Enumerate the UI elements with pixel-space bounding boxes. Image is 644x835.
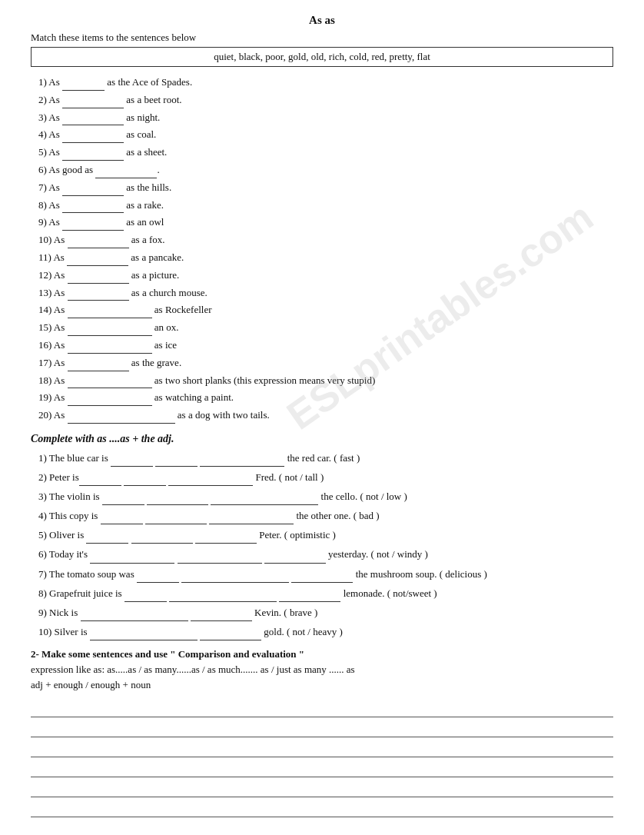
section3-subtitle2: adj + enough / enough + noun <box>31 679 613 691</box>
blank <box>124 591 167 602</box>
blank <box>68 361 129 371</box>
list-item: 4) This copy is the other one. ( bad ) <box>38 507 613 524</box>
blank <box>155 456 198 467</box>
blank <box>90 630 198 640</box>
blank <box>68 238 129 248</box>
writing-line <box>31 739 613 757</box>
section3-title: 2- Make some sentences and use " Compari… <box>31 648 613 660</box>
writing-line <box>31 819 613 835</box>
section2: Complete with as ....as + the adj. 1) Th… <box>31 433 613 640</box>
list-item: 8) As as a rake. <box>38 198 613 214</box>
list-item: 12) As as a picture. <box>38 268 613 284</box>
blank <box>209 514 294 524</box>
blank <box>264 553 326 564</box>
blank <box>62 80 105 91</box>
list-item: 6) As good as . <box>38 162 613 178</box>
list-item: 13) As as a church mouse. <box>38 285 613 301</box>
writing-lines-area <box>31 699 613 835</box>
blank <box>68 290 129 301</box>
blank <box>86 533 128 544</box>
list-item: 14) As as Rockefeller <box>38 302 613 318</box>
blank <box>62 202 124 213</box>
list-item: 9) Nick is Kevin. ( brave ) <box>38 604 613 621</box>
blank <box>291 572 353 583</box>
list-item: 5) Oliver is Peter. ( optimistic ) <box>38 527 613 544</box>
list-item: 7) As as the hills. <box>38 180 613 196</box>
blank <box>147 494 208 505</box>
blank <box>211 494 318 505</box>
blank <box>168 475 253 486</box>
list-item: 20) As as a dog with two tails. <box>38 408 613 424</box>
blank <box>68 343 152 354</box>
blank <box>131 533 193 544</box>
blank <box>169 591 277 602</box>
list-item: 10) Silver is gold. ( not / heavy ) <box>38 624 613 640</box>
list-item: 1) The blue car is the red car. ( fast ) <box>38 450 613 467</box>
list-item: 9) As as an owl <box>38 215 613 231</box>
blank <box>137 572 179 583</box>
writing-line <box>31 799 613 817</box>
list-item: 6) Today it's yesterday. ( not / windy ) <box>38 546 613 563</box>
section1-list: 1) As as the Ace of Spades. 2) As as a b… <box>31 75 613 424</box>
list-item: 5) As as a sheet. <box>38 145 613 161</box>
list-item: 4) As as coal. <box>38 127 613 143</box>
blank <box>145 514 207 524</box>
blank <box>90 553 174 564</box>
blank <box>102 494 144 505</box>
blank <box>62 132 124 143</box>
blank <box>195 533 257 544</box>
blank <box>95 168 157 178</box>
list-item: 7) The tomato soup was the mushroom soup… <box>38 566 613 583</box>
blank <box>81 610 188 621</box>
list-item: 3) The violin is the cello. ( not / low … <box>38 488 613 505</box>
section3-subtitle: expression like as: as.....as / as many.… <box>31 664 613 676</box>
word-list-box: quiet, black, poor, gold, old, rich, col… <box>31 47 613 67</box>
writing-line <box>31 759 613 777</box>
blank <box>68 413 175 424</box>
writing-line <box>31 719 613 737</box>
blank <box>200 630 261 640</box>
blank <box>68 308 152 318</box>
page-title: As as <box>31 14 613 27</box>
section3: 2- Make some sentences and use " Compari… <box>31 648 613 691</box>
blank <box>67 255 128 266</box>
blank <box>124 475 166 486</box>
list-item: 2) Peter is Fred. ( not / tall ) <box>38 469 613 486</box>
list-item: 17) As as the grave. <box>38 355 613 371</box>
blank <box>178 553 262 564</box>
list-item: 1) As as the Ace of Spades. <box>38 75 613 91</box>
section2-list: 1) The blue car is the red car. ( fast )… <box>31 450 613 640</box>
list-item: 3) As as night. <box>38 110 613 126</box>
blank <box>200 456 284 467</box>
blank <box>191 610 252 621</box>
list-item: 15) As an ox. <box>38 320 613 336</box>
blank <box>181 572 289 583</box>
blank <box>62 185 124 196</box>
list-item: 11) As as a pancake. <box>38 250 613 266</box>
list-item: 16) As as ice <box>38 338 613 354</box>
blank <box>62 115 124 125</box>
blank <box>68 325 152 336</box>
list-item: 19) As as watching a paint. <box>38 390 613 406</box>
section2-title: Complete with as ....as + the adj. <box>31 433 613 445</box>
blank <box>101 514 143 524</box>
list-item: 2) As as a beet root. <box>38 92 613 108</box>
list-item: 18) As as two short planks (this express… <box>38 373 613 389</box>
blank <box>62 220 124 231</box>
section1: Match these items to the sentences below… <box>31 32 613 424</box>
blank <box>68 395 152 406</box>
blank <box>68 273 129 284</box>
blank <box>62 98 124 108</box>
blank <box>62 150 124 161</box>
list-item: 10) As as a fox. <box>38 232 613 248</box>
list-item: 8) Grapefruit juice is lemonade. ( not/s… <box>38 585 613 602</box>
blank <box>279 591 340 602</box>
blank <box>79 475 121 486</box>
blank <box>111 456 153 467</box>
section1-instruction: Match these items to the sentences below <box>31 32 613 44</box>
blank <box>68 378 152 388</box>
writing-line <box>31 779 613 797</box>
writing-line <box>31 699 613 717</box>
